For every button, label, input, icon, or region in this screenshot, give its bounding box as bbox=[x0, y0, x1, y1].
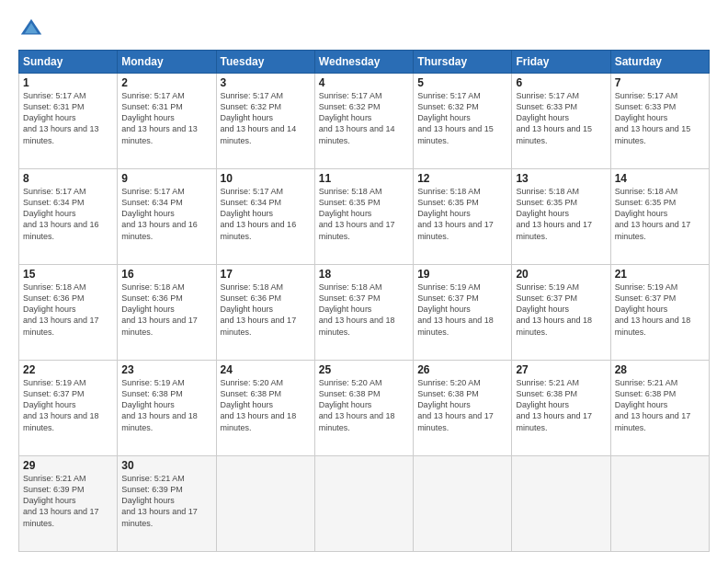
calendar-cell: 27Sunrise: 5:21 AMSunset: 6:38 PMDayligh… bbox=[512, 361, 610, 456]
calendar-cell bbox=[216, 456, 314, 552]
day-number: 18 bbox=[319, 268, 409, 281]
day-number: 28 bbox=[615, 363, 705, 376]
day-info: Sunrise: 5:17 AMSunset: 6:34 PMDaylight … bbox=[23, 186, 113, 242]
calendar-cell: 19Sunrise: 5:19 AMSunset: 6:37 PMDayligh… bbox=[414, 265, 512, 361]
day-number: 23 bbox=[121, 363, 211, 376]
day-number: 24 bbox=[221, 363, 311, 376]
day-info: Sunrise: 5:18 AMSunset: 6:35 PMDaylight … bbox=[516, 186, 606, 242]
calendar-cell: 15Sunrise: 5:18 AMSunset: 6:36 PMDayligh… bbox=[19, 265, 118, 361]
day-number: 5 bbox=[417, 76, 507, 89]
calendar-cell: 11Sunrise: 5:18 AMSunset: 6:35 PMDayligh… bbox=[314, 169, 413, 265]
day-number: 26 bbox=[417, 363, 507, 376]
calendar-cell: 18Sunrise: 5:18 AMSunset: 6:37 PMDayligh… bbox=[314, 265, 413, 361]
calendar-cell: 7Sunrise: 5:17 AMSunset: 6:33 PMDaylight… bbox=[610, 74, 709, 169]
calendar-header-row: SundayMondayTuesdayWednesdayThursdayFrid… bbox=[19, 51, 710, 74]
calendar-cell: 30Sunrise: 5:21 AMSunset: 6:39 PMDayligh… bbox=[118, 456, 216, 552]
day-number: 27 bbox=[516, 363, 606, 376]
header bbox=[18, 17, 710, 42]
day-number: 22 bbox=[23, 363, 113, 376]
day-info: Sunrise: 5:17 AMSunset: 6:32 PMDaylight … bbox=[221, 90, 311, 146]
day-info: Sunrise: 5:17 AMSunset: 6:33 PMDaylight … bbox=[516, 90, 606, 146]
calendar-header-sunday: Sunday bbox=[19, 51, 118, 74]
calendar-cell bbox=[414, 456, 512, 552]
day-info: Sunrise: 5:19 AMSunset: 6:37 PMDaylight … bbox=[516, 282, 606, 338]
calendar-header-monday: Monday bbox=[118, 51, 216, 74]
day-number: 19 bbox=[417, 268, 507, 281]
day-number: 17 bbox=[221, 268, 311, 281]
day-info: Sunrise: 5:19 AMSunset: 6:37 PMDaylight … bbox=[615, 282, 705, 338]
calendar-cell: 3Sunrise: 5:17 AMSunset: 6:32 PMDaylight… bbox=[216, 74, 314, 169]
calendar-cell: 8Sunrise: 5:17 AMSunset: 6:34 PMDaylight… bbox=[19, 169, 118, 265]
day-number: 16 bbox=[121, 268, 211, 281]
calendar-header-tuesday: Tuesday bbox=[216, 51, 314, 74]
calendar-cell: 14Sunrise: 5:18 AMSunset: 6:35 PMDayligh… bbox=[610, 169, 709, 265]
day-info: Sunrise: 5:17 AMSunset: 6:32 PMDaylight … bbox=[319, 90, 409, 146]
day-info: Sunrise: 5:17 AMSunset: 6:31 PMDaylight … bbox=[121, 90, 211, 146]
day-number: 10 bbox=[221, 172, 311, 185]
day-info: Sunrise: 5:17 AMSunset: 6:31 PMDaylight … bbox=[23, 90, 113, 146]
calendar-cell: 28Sunrise: 5:21 AMSunset: 6:38 PMDayligh… bbox=[610, 361, 709, 456]
calendar-week-3: 15Sunrise: 5:18 AMSunset: 6:36 PMDayligh… bbox=[19, 265, 710, 361]
calendar-header-saturday: Saturday bbox=[610, 51, 709, 74]
calendar-header-friday: Friday bbox=[512, 51, 610, 74]
day-number: 6 bbox=[516, 76, 606, 89]
day-number: 14 bbox=[615, 172, 705, 185]
day-info: Sunrise: 5:18 AMSunset: 6:35 PMDaylight … bbox=[615, 186, 705, 242]
day-info: Sunrise: 5:17 AMSunset: 6:34 PMDaylight … bbox=[121, 186, 211, 242]
day-info: Sunrise: 5:17 AMSunset: 6:33 PMDaylight … bbox=[615, 90, 705, 146]
day-number: 30 bbox=[121, 459, 211, 472]
day-number: 20 bbox=[516, 268, 606, 281]
day-info: Sunrise: 5:17 AMSunset: 6:34 PMDaylight … bbox=[221, 186, 311, 242]
calendar-cell: 13Sunrise: 5:18 AMSunset: 6:35 PMDayligh… bbox=[512, 169, 610, 265]
day-info: Sunrise: 5:20 AMSunset: 6:38 PMDaylight … bbox=[417, 377, 507, 433]
day-number: 15 bbox=[23, 268, 113, 281]
calendar-week-5: 29Sunrise: 5:21 AMSunset: 6:39 PMDayligh… bbox=[19, 456, 710, 552]
calendar-cell: 21Sunrise: 5:19 AMSunset: 6:37 PMDayligh… bbox=[610, 265, 709, 361]
day-info: Sunrise: 5:19 AMSunset: 6:38 PMDaylight … bbox=[121, 377, 211, 433]
calendar-cell: 24Sunrise: 5:20 AMSunset: 6:38 PMDayligh… bbox=[216, 361, 314, 456]
day-info: Sunrise: 5:18 AMSunset: 6:35 PMDaylight … bbox=[319, 186, 409, 242]
day-info: Sunrise: 5:21 AMSunset: 6:39 PMDaylight … bbox=[23, 473, 113, 529]
calendar-cell: 26Sunrise: 5:20 AMSunset: 6:38 PMDayligh… bbox=[414, 361, 512, 456]
day-info: Sunrise: 5:19 AMSunset: 6:37 PMDaylight … bbox=[23, 377, 113, 433]
calendar-cell: 20Sunrise: 5:19 AMSunset: 6:37 PMDayligh… bbox=[512, 265, 610, 361]
calendar-cell: 5Sunrise: 5:17 AMSunset: 6:32 PMDaylight… bbox=[414, 74, 512, 169]
logo-icon bbox=[18, 17, 44, 42]
day-info: Sunrise: 5:18 AMSunset: 6:36 PMDaylight … bbox=[121, 282, 211, 338]
day-number: 11 bbox=[319, 172, 409, 185]
day-number: 13 bbox=[516, 172, 606, 185]
day-info: Sunrise: 5:21 AMSunset: 6:38 PMDaylight … bbox=[516, 377, 606, 433]
day-info: Sunrise: 5:21 AMSunset: 6:39 PMDaylight … bbox=[121, 473, 211, 529]
day-info: Sunrise: 5:18 AMSunset: 6:37 PMDaylight … bbox=[319, 282, 409, 338]
day-number: 25 bbox=[319, 363, 409, 376]
page: SundayMondayTuesdayWednesdayThursdayFrid… bbox=[0, 0, 728, 563]
calendar-cell: 10Sunrise: 5:17 AMSunset: 6:34 PMDayligh… bbox=[216, 169, 314, 265]
day-info: Sunrise: 5:18 AMSunset: 6:35 PMDaylight … bbox=[417, 186, 507, 242]
day-number: 9 bbox=[121, 172, 211, 185]
day-info: Sunrise: 5:21 AMSunset: 6:38 PMDaylight … bbox=[615, 377, 705, 433]
calendar-cell: 25Sunrise: 5:20 AMSunset: 6:38 PMDayligh… bbox=[314, 361, 413, 456]
day-number: 29 bbox=[23, 459, 113, 472]
day-info: Sunrise: 5:18 AMSunset: 6:36 PMDaylight … bbox=[221, 282, 311, 338]
day-number: 8 bbox=[23, 172, 113, 185]
calendar-cell: 17Sunrise: 5:18 AMSunset: 6:36 PMDayligh… bbox=[216, 265, 314, 361]
calendar-cell bbox=[512, 456, 610, 552]
calendar-cell: 22Sunrise: 5:19 AMSunset: 6:37 PMDayligh… bbox=[19, 361, 118, 456]
day-info: Sunrise: 5:17 AMSunset: 6:32 PMDaylight … bbox=[417, 90, 507, 146]
day-info: Sunrise: 5:18 AMSunset: 6:36 PMDaylight … bbox=[23, 282, 113, 338]
day-number: 3 bbox=[221, 76, 311, 89]
calendar-cell: 4Sunrise: 5:17 AMSunset: 6:32 PMDaylight… bbox=[314, 74, 413, 169]
calendar-cell bbox=[314, 456, 413, 552]
day-info: Sunrise: 5:20 AMSunset: 6:38 PMDaylight … bbox=[221, 377, 311, 433]
day-number: 7 bbox=[615, 76, 705, 89]
calendar-week-4: 22Sunrise: 5:19 AMSunset: 6:37 PMDayligh… bbox=[19, 361, 710, 456]
calendar-cell: 12Sunrise: 5:18 AMSunset: 6:35 PMDayligh… bbox=[414, 169, 512, 265]
calendar-table: SundayMondayTuesdayWednesdayThursdayFrid… bbox=[18, 50, 710, 552]
calendar-header-wednesday: Wednesday bbox=[314, 51, 413, 74]
day-number: 2 bbox=[121, 76, 211, 89]
calendar-cell bbox=[610, 456, 709, 552]
calendar-cell: 29Sunrise: 5:21 AMSunset: 6:39 PMDayligh… bbox=[19, 456, 118, 552]
calendar-header-thursday: Thursday bbox=[414, 51, 512, 74]
calendar-cell: 1Sunrise: 5:17 AMSunset: 6:31 PMDaylight… bbox=[19, 74, 118, 169]
calendar-cell: 23Sunrise: 5:19 AMSunset: 6:38 PMDayligh… bbox=[118, 361, 216, 456]
